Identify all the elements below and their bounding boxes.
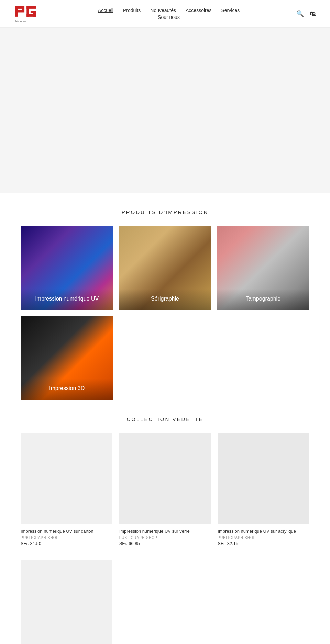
- collection-price-carton: SFr. 31.50: [21, 541, 112, 546]
- product-card-seri[interactable]: Sérigraphie: [119, 226, 211, 310]
- search-button[interactable]: 🔍: [296, 10, 304, 18]
- main-nav: Accueil Produits Nouveautés Accessoires …: [41, 8, 296, 20]
- logo[interactable]: Swiss way to print: [14, 4, 41, 23]
- svg-rect-8: [31, 11, 36, 13]
- nav-row-2: Sour nous: [158, 14, 180, 20]
- collection-price-acrylique: SFr. 32.15: [218, 541, 309, 546]
- collection-title-acrylique: Impression numérique UV sur acrylique: [218, 529, 309, 534]
- products-grid: Impression numérique UV Sérigraphie Tamp…: [21, 226, 309, 310]
- nav-row-1: Accueil Produits Nouveautés Accessoires …: [98, 8, 240, 13]
- svg-rect-2: [15, 10, 22, 12]
- products-section: PRODUITS D'IMPRESSION Impression numériq…: [0, 209, 330, 400]
- collection-title-carton: Impression numérique UV sur carton: [21, 529, 112, 534]
- collection-img-verre: [119, 433, 211, 525]
- collection-grid: Impression numérique UV sur carton PUBLI…: [21, 433, 309, 546]
- search-icon: 🔍: [296, 10, 304, 17]
- svg-rect-9: [15, 19, 38, 19]
- svg-rect-1: [15, 6, 22, 9]
- bottom-teaser: Impression numérique UV sur Dibond: [0, 560, 330, 644]
- collection-item-acrylique[interactable]: Impression numérique UV sur acrylique PU…: [218, 433, 309, 546]
- collection-shop-verre: PUBLIGRAPH-SHOP: [119, 536, 211, 540]
- product-placeholder-2: [217, 316, 309, 400]
- collection-section: COLLECTION VEDETTE Impression numérique …: [0, 416, 330, 546]
- collection-item-verre[interactable]: Impression numérique UV sur verre PUBLIG…: [119, 433, 211, 546]
- collection-item-carton[interactable]: Impression numérique UV sur carton PUBLI…: [21, 433, 112, 546]
- teaser-placeholder-2: [218, 560, 309, 644]
- collection-img-acrylique: [218, 433, 309, 525]
- hero-banner: [0, 28, 330, 193]
- nav-accueil[interactable]: Accueil: [98, 8, 113, 13]
- collection-price-verre: SFr. 66.85: [119, 541, 211, 546]
- nav-services[interactable]: Services: [221, 8, 240, 13]
- nav-accessoires[interactable]: Accessoires: [186, 8, 211, 13]
- product-label-3d: Impression 3D: [21, 379, 113, 400]
- cart-button[interactable]: 🛍: [310, 10, 316, 18]
- product-label-uv: Impression numérique UV: [21, 289, 113, 310]
- svg-rect-3: [22, 6, 24, 13]
- cart-icon: 🛍: [310, 10, 316, 17]
- product-label-seri: Sérigraphie: [119, 289, 211, 310]
- collection-title-verre: Impression numérique UV sur verre: [119, 529, 211, 534]
- nav-sour-nous[interactable]: Sour nous: [158, 14, 180, 20]
- teaser-item-dibond[interactable]: Impression numérique UV sur Dibond: [21, 560, 112, 644]
- collection-shop-acrylique: PUBLIGRAPH-SHOP: [218, 536, 309, 540]
- site-header: Swiss way to print Accueil Produits Nouv…: [0, 0, 330, 28]
- teaser-placeholder-1: [119, 560, 211, 644]
- product-label-tampo: Tampographie: [217, 289, 309, 310]
- products-section-title: PRODUITS D'IMPRESSION: [21, 209, 309, 215]
- header-actions: 🔍 🛍: [296, 10, 316, 18]
- product-card-uv[interactable]: Impression numérique UV: [21, 226, 113, 310]
- product-placeholder-1: [119, 316, 211, 400]
- svg-text:Swiss way to print: Swiss way to print: [15, 20, 28, 22]
- collection-section-title: COLLECTION VEDETTE: [21, 416, 309, 422]
- nav-nouveautes[interactable]: Nouveautés: [150, 8, 176, 13]
- bottom-teaser-grid: Impression numérique UV sur Dibond: [21, 560, 309, 644]
- product-card-3d[interactable]: Impression 3D: [21, 316, 113, 400]
- teaser-img-dibond: [21, 560, 112, 644]
- collection-img-carton: [21, 433, 112, 525]
- nav-produits[interactable]: Produits: [123, 8, 141, 13]
- product-card-tampo[interactable]: Tampographie: [217, 226, 309, 310]
- collection-shop-carton: PUBLIGRAPH-SHOP: [21, 536, 112, 540]
